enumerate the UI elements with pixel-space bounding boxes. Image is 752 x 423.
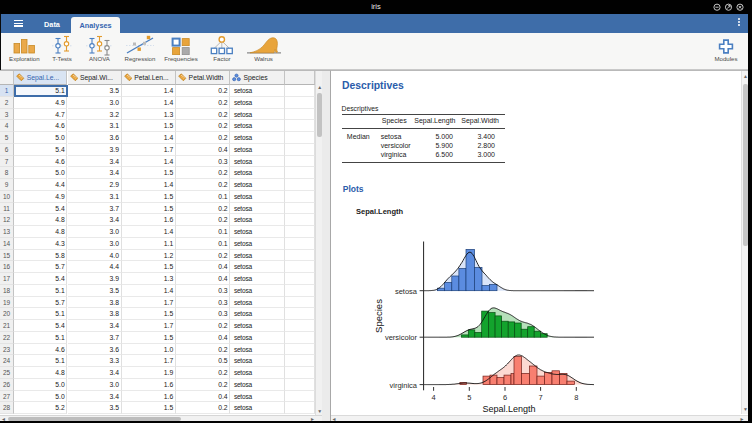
svg-text:7: 7 <box>539 393 543 402</box>
svg-text:setosa: setosa <box>395 287 418 296</box>
svg-text:versicolor: versicolor <box>385 333 418 342</box>
svg-text:Sepal.Length: Sepal.Length <box>482 404 535 414</box>
svg-text:Species: Species <box>373 299 384 333</box>
svg-text:5: 5 <box>467 393 471 402</box>
svg-text:4: 4 <box>432 393 436 402</box>
svg-text:virginica: virginica <box>389 381 417 390</box>
svg-text:8: 8 <box>574 393 578 402</box>
svg-text:6: 6 <box>503 393 507 402</box>
